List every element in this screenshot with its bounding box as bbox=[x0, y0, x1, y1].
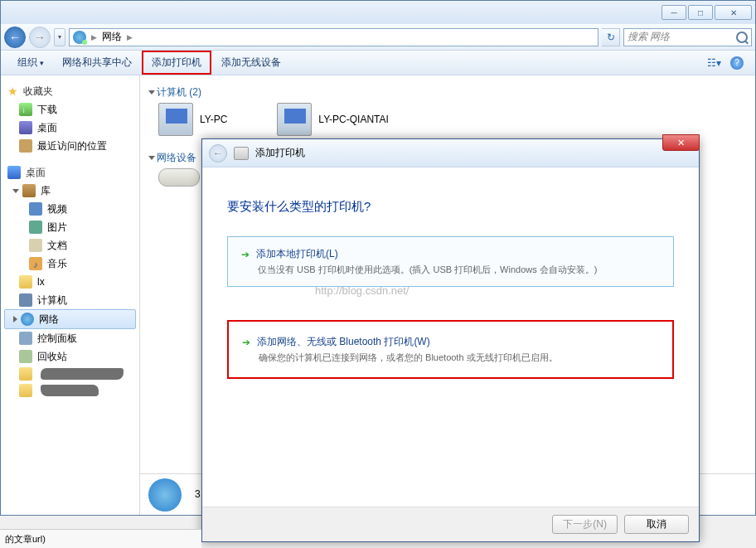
sidebar-item-downloads[interactable]: 下载 bbox=[4, 100, 136, 119]
folder-icon bbox=[19, 384, 32, 397]
video-icon bbox=[29, 202, 42, 216]
favorites-label: 收藏夹 bbox=[23, 84, 53, 99]
title-bar: ─ □ ✕ bbox=[1, 1, 755, 24]
add-printer-button[interactable]: 添加打印机 bbox=[142, 51, 211, 75]
label: lx bbox=[37, 274, 45, 289]
label: 控制面板 bbox=[37, 331, 77, 346]
picture-icon bbox=[29, 221, 42, 234]
sidebar-item-control-panel[interactable]: 控制面板 bbox=[4, 329, 136, 347]
minimize-button[interactable]: ─ bbox=[662, 5, 686, 20]
sidebar-item-desktop[interactable]: 桌面 bbox=[4, 119, 136, 137]
label: 图片 bbox=[47, 220, 67, 235]
computer-icon bbox=[277, 103, 312, 136]
forward-button[interactable]: → bbox=[29, 27, 51, 48]
sidebar-item-pictures[interactable]: 图片 bbox=[4, 218, 136, 236]
folder-icon bbox=[19, 275, 32, 289]
view-icon: ☷▾ bbox=[707, 57, 721, 69]
sidebar-item-network[interactable]: 网络 bbox=[4, 309, 136, 329]
computer-item[interactable]: LY-PC bbox=[158, 103, 227, 136]
navigation-pane: ★收藏夹 下载 桌面 最近访问的位置 桌面 库 视频 图片 文档 ♪音乐 lx … bbox=[1, 75, 140, 515]
computer-item[interactable]: LY-PC-QIANTAI bbox=[277, 103, 388, 136]
search-icon bbox=[736, 32, 748, 43]
sidebar-item-documents[interactable]: 文档 bbox=[4, 236, 136, 255]
network-device-item[interactable] bbox=[158, 168, 200, 187]
search-input[interactable]: 搜索 网络 bbox=[623, 28, 752, 46]
label: LY-PC bbox=[200, 114, 227, 125]
label: LY-PC-QIANTAI bbox=[318, 114, 388, 125]
network-icon bbox=[73, 31, 86, 44]
view-options-button[interactable]: ☷▾ bbox=[704, 54, 724, 72]
expand-icon bbox=[13, 316, 17, 322]
label: 视频 bbox=[47, 201, 67, 216]
add-wireless-device-button[interactable]: 添加无线设备 bbox=[213, 52, 289, 73]
page-footer-fragment: 的文章url) bbox=[0, 529, 201, 548]
search-placeholder: 搜索 网络 bbox=[628, 30, 670, 44]
recycle-bin-icon bbox=[19, 350, 32, 363]
star-icon: ★ bbox=[7, 84, 18, 99]
label: 桌面 bbox=[26, 165, 46, 180]
label: 网络设备 bbox=[157, 151, 196, 165]
recent-icon bbox=[19, 139, 32, 153]
address-item: 网络 bbox=[102, 30, 122, 44]
option-title: 添加网络、无线或 Bluetooth 打印机(W) bbox=[257, 335, 430, 349]
sidebar-item-lx[interactable]: lx bbox=[4, 273, 136, 291]
back-button[interactable]: ← bbox=[4, 27, 26, 48]
dialog-title: 添加打印机 bbox=[255, 146, 305, 160]
option-description: 确保您的计算机已连接到网络，或者您的 Bluetooth 或无线打印机已启用。 bbox=[259, 352, 659, 364]
option-description: 仅当没有 USB 打印机时使用此选项。(插入 USB 打印机后，Windows … bbox=[258, 264, 660, 276]
desktop-group[interactable]: 桌面 bbox=[4, 163, 136, 182]
next-button[interactable]: 下一步(N) bbox=[552, 515, 618, 534]
history-dropdown[interactable]: ▾ bbox=[54, 28, 65, 46]
sidebar-item-libraries[interactable]: 库 bbox=[4, 182, 136, 200]
label: 计算机 bbox=[37, 293, 67, 308]
sidebar-item-recycle-bin[interactable]: 回收站 bbox=[4, 347, 136, 366]
network-icon bbox=[148, 478, 182, 512]
dialog-close-button[interactable]: ✕ bbox=[662, 134, 700, 151]
address-bar[interactable]: ▶ 网络 ▶ bbox=[69, 28, 598, 46]
sidebar-item-computer[interactable]: 计算机 bbox=[4, 291, 136, 309]
arrow-right-icon: ➔ bbox=[242, 337, 250, 348]
dialog-title-bar: ← 添加打印机 ✕ bbox=[202, 139, 699, 167]
favorites-group[interactable]: ★收藏夹 bbox=[4, 82, 136, 100]
organize-menu[interactable]: 组织 bbox=[9, 52, 52, 73]
chevron-right-icon: ▶ bbox=[127, 33, 133, 41]
chevron-right-icon: ▶ bbox=[91, 33, 97, 41]
sidebar-item-recent[interactable]: 最近访问的位置 bbox=[4, 137, 136, 155]
help-button[interactable]: ? bbox=[727, 54, 747, 72]
refresh-button[interactable]: ↻ bbox=[602, 28, 620, 46]
label: 桌面 bbox=[37, 120, 57, 135]
nav-bar: ← → ▾ ▶ 网络 ▶ ↻ 搜索 网络 bbox=[1, 24, 755, 51]
category-computers[interactable]: 计算机 (2) bbox=[148, 85, 747, 99]
close-button[interactable]: ✕ bbox=[715, 5, 752, 20]
redacted-label bbox=[41, 368, 124, 380]
redacted-label bbox=[41, 385, 99, 396]
sidebar-item-redacted[interactable] bbox=[4, 366, 136, 382]
expand-icon bbox=[12, 189, 19, 193]
computer-icon bbox=[19, 293, 32, 307]
library-icon bbox=[22, 184, 36, 197]
desktop-icon bbox=[7, 166, 21, 179]
help-icon: ? bbox=[730, 56, 744, 70]
label: 下载 bbox=[37, 102, 57, 117]
cancel-button[interactable]: 取消 bbox=[624, 515, 689, 534]
sidebar-item-videos[interactable]: 视频 bbox=[4, 200, 136, 218]
dialog-heading: 要安装什么类型的打印机? bbox=[227, 199, 674, 215]
label: 库 bbox=[41, 183, 51, 198]
label: 网络 bbox=[39, 312, 59, 327]
label: 最近访问的位置 bbox=[37, 138, 107, 153]
option-add-network-printer[interactable]: ➔添加网络、无线或 Bluetooth 打印机(W) 确保您的计算机已连接到网络… bbox=[227, 320, 674, 379]
dialog-body: 要安装什么类型的打印机? ➔添加本地打印机(L) 仅当没有 USB 打印机时使用… bbox=[202, 167, 699, 427]
document-icon bbox=[29, 239, 42, 252]
music-icon: ♪ bbox=[29, 257, 42, 270]
desktop-icon bbox=[19, 121, 32, 134]
maximize-button[interactable]: □ bbox=[688, 5, 713, 20]
dialog-back-button[interactable]: ← bbox=[209, 144, 227, 162]
sidebar-item-music[interactable]: ♪音乐 bbox=[4, 255, 136, 273]
network-sharing-center-button[interactable]: 网络和共享中心 bbox=[54, 52, 140, 73]
label: 文档 bbox=[47, 238, 67, 253]
sidebar-item-redacted[interactable] bbox=[4, 382, 136, 399]
collapse-icon bbox=[148, 90, 155, 95]
router-icon bbox=[158, 168, 200, 187]
command-bar: 组织 网络和共享中心 添加打印机 添加无线设备 ☷▾ ? bbox=[1, 51, 755, 75]
option-add-local-printer[interactable]: ➔添加本地打印机(L) 仅当没有 USB 打印机时使用此选项。(插入 USB 打… bbox=[227, 236, 674, 287]
